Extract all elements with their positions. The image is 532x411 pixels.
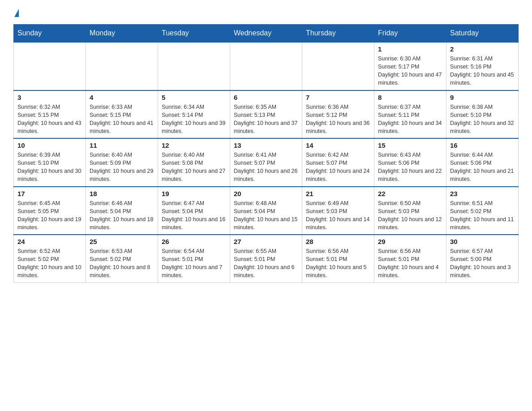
calendar-cell: 18Sunrise: 6:46 AM Sunset: 5:04 PM Dayli… bbox=[86, 187, 158, 235]
calendar-cell: 29Sunrise: 6:56 AM Sunset: 5:01 PM Dayli… bbox=[374, 235, 446, 283]
day-number: 22 bbox=[378, 190, 442, 197]
logo bbox=[13, 9, 19, 15]
column-header-monday: Monday bbox=[86, 25, 158, 43]
calendar-cell: 28Sunrise: 6:56 AM Sunset: 5:01 PM Dayli… bbox=[302, 235, 374, 283]
calendar-cell: 9Sunrise: 6:38 AM Sunset: 5:10 PM Daylig… bbox=[446, 90, 519, 139]
day-info: Sunrise: 6:43 AM Sunset: 5:06 PM Dayligh… bbox=[378, 151, 442, 184]
calendar-cell: 14Sunrise: 6:42 AM Sunset: 5:07 PM Dayli… bbox=[302, 138, 374, 187]
day-info: Sunrise: 6:50 AM Sunset: 5:03 PM Dayligh… bbox=[378, 199, 442, 232]
column-header-saturday: Saturday bbox=[446, 25, 519, 43]
day-info: Sunrise: 6:42 AM Sunset: 5:07 PM Dayligh… bbox=[306, 151, 370, 184]
calendar-cell: 19Sunrise: 6:47 AM Sunset: 5:04 PM Dayli… bbox=[158, 187, 230, 235]
day-number: 14 bbox=[306, 141, 370, 149]
day-info: Sunrise: 6:40 AM Sunset: 5:08 PM Dayligh… bbox=[162, 151, 226, 184]
day-info: Sunrise: 6:51 AM Sunset: 5:02 PM Dayligh… bbox=[450, 199, 515, 232]
calendar-cell: 26Sunrise: 6:54 AM Sunset: 5:01 PM Dayli… bbox=[158, 235, 230, 283]
day-info: Sunrise: 6:52 AM Sunset: 5:02 PM Dayligh… bbox=[17, 247, 82, 280]
day-info: Sunrise: 6:39 AM Sunset: 5:10 PM Dayligh… bbox=[17, 151, 82, 184]
day-number: 18 bbox=[90, 190, 154, 197]
calendar-cell bbox=[86, 42, 158, 90]
day-info: Sunrise: 6:53 AM Sunset: 5:02 PM Dayligh… bbox=[90, 247, 154, 280]
day-info: Sunrise: 6:57 AM Sunset: 5:00 PM Dayligh… bbox=[450, 247, 515, 280]
calendar-cell: 10Sunrise: 6:39 AM Sunset: 5:10 PM Dayli… bbox=[14, 138, 86, 187]
day-number: 24 bbox=[17, 238, 82, 245]
column-header-tuesday: Tuesday bbox=[158, 25, 230, 43]
day-info: Sunrise: 6:46 AM Sunset: 5:04 PM Dayligh… bbox=[90, 199, 154, 232]
page-header bbox=[13, 9, 519, 15]
calendar-cell: 12Sunrise: 6:40 AM Sunset: 5:08 PM Dayli… bbox=[158, 138, 230, 187]
day-number: 6 bbox=[234, 94, 298, 101]
calendar-cell bbox=[158, 42, 230, 90]
week-row-1: 1Sunrise: 6:30 AM Sunset: 5:17 PM Daylig… bbox=[14, 42, 519, 90]
day-info: Sunrise: 6:47 AM Sunset: 5:04 PM Dayligh… bbox=[162, 199, 226, 232]
day-info: Sunrise: 6:56 AM Sunset: 5:01 PM Dayligh… bbox=[378, 247, 442, 280]
calendar-cell: 2Sunrise: 6:31 AM Sunset: 5:16 PM Daylig… bbox=[446, 42, 519, 90]
week-row-3: 10Sunrise: 6:39 AM Sunset: 5:10 PM Dayli… bbox=[14, 138, 519, 187]
week-row-4: 17Sunrise: 6:45 AM Sunset: 5:05 PM Dayli… bbox=[14, 187, 519, 235]
calendar-cell: 16Sunrise: 6:44 AM Sunset: 5:06 PM Dayli… bbox=[446, 138, 519, 187]
day-info: Sunrise: 6:35 AM Sunset: 5:13 PM Dayligh… bbox=[234, 103, 298, 136]
calendar-header-row: SundayMondayTuesdayWednesdayThursdayFrid… bbox=[14, 25, 519, 43]
day-info: Sunrise: 6:34 AM Sunset: 5:14 PM Dayligh… bbox=[162, 103, 226, 136]
calendar-cell bbox=[14, 42, 86, 90]
calendar-cell: 20Sunrise: 6:48 AM Sunset: 5:04 PM Dayli… bbox=[230, 187, 302, 235]
day-number: 20 bbox=[234, 190, 298, 197]
day-number: 8 bbox=[378, 94, 442, 101]
day-info: Sunrise: 6:45 AM Sunset: 5:05 PM Dayligh… bbox=[17, 199, 82, 232]
week-row-2: 3Sunrise: 6:32 AM Sunset: 5:15 PM Daylig… bbox=[14, 90, 519, 139]
day-number: 29 bbox=[378, 238, 442, 245]
calendar-cell bbox=[230, 42, 302, 90]
day-number: 30 bbox=[450, 238, 515, 245]
calendar-cell: 6Sunrise: 6:35 AM Sunset: 5:13 PM Daylig… bbox=[230, 90, 302, 139]
day-info: Sunrise: 6:49 AM Sunset: 5:03 PM Dayligh… bbox=[306, 199, 370, 232]
calendar-cell: 21Sunrise: 6:49 AM Sunset: 5:03 PM Dayli… bbox=[302, 187, 374, 235]
day-number: 28 bbox=[306, 238, 370, 245]
calendar-cell: 8Sunrise: 6:37 AM Sunset: 5:11 PM Daylig… bbox=[374, 90, 446, 139]
calendar-cell: 22Sunrise: 6:50 AM Sunset: 5:03 PM Dayli… bbox=[374, 187, 446, 235]
calendar-cell: 1Sunrise: 6:30 AM Sunset: 5:17 PM Daylig… bbox=[374, 42, 446, 90]
column-header-thursday: Thursday bbox=[302, 25, 374, 43]
calendar-cell: 4Sunrise: 6:33 AM Sunset: 5:15 PM Daylig… bbox=[86, 90, 158, 139]
day-info: Sunrise: 6:31 AM Sunset: 5:16 PM Dayligh… bbox=[450, 55, 515, 87]
day-number: 12 bbox=[162, 141, 226, 149]
calendar-cell bbox=[302, 42, 374, 90]
day-info: Sunrise: 6:56 AM Sunset: 5:01 PM Dayligh… bbox=[306, 247, 370, 280]
day-number: 13 bbox=[234, 141, 298, 149]
day-number: 26 bbox=[162, 238, 226, 245]
day-info: Sunrise: 6:36 AM Sunset: 5:12 PM Dayligh… bbox=[306, 103, 370, 136]
day-number: 27 bbox=[234, 238, 298, 245]
day-info: Sunrise: 6:48 AM Sunset: 5:04 PM Dayligh… bbox=[234, 199, 298, 232]
calendar-cell: 3Sunrise: 6:32 AM Sunset: 5:15 PM Daylig… bbox=[14, 90, 86, 139]
day-number: 19 bbox=[162, 190, 226, 197]
logo-triangle-icon bbox=[14, 9, 19, 17]
calendar-cell: 13Sunrise: 6:41 AM Sunset: 5:07 PM Dayli… bbox=[230, 138, 302, 187]
calendar-cell: 27Sunrise: 6:55 AM Sunset: 5:01 PM Dayli… bbox=[230, 235, 302, 283]
calendar-cell: 30Sunrise: 6:57 AM Sunset: 5:00 PM Dayli… bbox=[446, 235, 519, 283]
column-header-sunday: Sunday bbox=[14, 25, 86, 43]
day-info: Sunrise: 6:30 AM Sunset: 5:17 PM Dayligh… bbox=[378, 55, 442, 87]
calendar-cell: 15Sunrise: 6:43 AM Sunset: 5:06 PM Dayli… bbox=[374, 138, 446, 187]
day-number: 17 bbox=[17, 190, 82, 197]
day-number: 1 bbox=[378, 45, 442, 53]
calendar-cell: 11Sunrise: 6:40 AM Sunset: 5:09 PM Dayli… bbox=[86, 138, 158, 187]
column-header-friday: Friday bbox=[374, 25, 446, 43]
day-number: 9 bbox=[450, 94, 515, 101]
day-info: Sunrise: 6:37 AM Sunset: 5:11 PM Dayligh… bbox=[378, 103, 442, 136]
day-info: Sunrise: 6:54 AM Sunset: 5:01 PM Dayligh… bbox=[162, 247, 226, 280]
day-number: 4 bbox=[90, 94, 154, 101]
day-number: 3 bbox=[17, 94, 82, 101]
day-number: 15 bbox=[378, 141, 442, 149]
calendar-cell: 24Sunrise: 6:52 AM Sunset: 5:02 PM Dayli… bbox=[14, 235, 86, 283]
day-info: Sunrise: 6:40 AM Sunset: 5:09 PM Dayligh… bbox=[90, 151, 154, 184]
day-number: 10 bbox=[17, 141, 82, 149]
column-header-wednesday: Wednesday bbox=[230, 25, 302, 43]
day-number: 2 bbox=[450, 45, 515, 53]
day-info: Sunrise: 6:32 AM Sunset: 5:15 PM Dayligh… bbox=[17, 103, 82, 136]
day-info: Sunrise: 6:41 AM Sunset: 5:07 PM Dayligh… bbox=[234, 151, 298, 184]
day-number: 25 bbox=[90, 238, 154, 245]
calendar-cell: 25Sunrise: 6:53 AM Sunset: 5:02 PM Dayli… bbox=[86, 235, 158, 283]
day-number: 7 bbox=[306, 94, 370, 101]
day-number: 5 bbox=[162, 94, 226, 101]
calendar-cell: 7Sunrise: 6:36 AM Sunset: 5:12 PM Daylig… bbox=[302, 90, 374, 139]
day-info: Sunrise: 6:44 AM Sunset: 5:06 PM Dayligh… bbox=[450, 151, 515, 184]
